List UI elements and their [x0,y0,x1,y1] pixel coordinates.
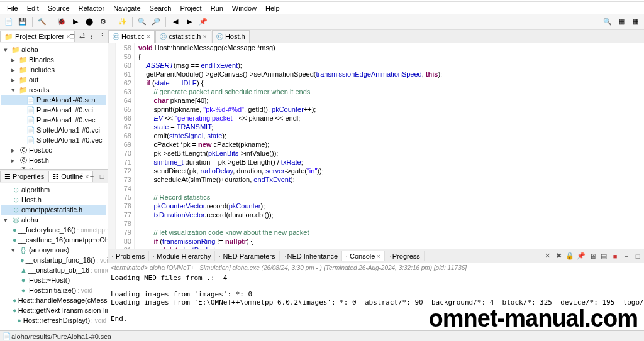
extern-button[interactable]: ⚙ [97,16,109,28]
tab-console[interactable]: ▫Console × [342,251,385,261]
tab-properties[interactable]: ☰ Properties [0,171,48,182]
tree-item[interactable]: ▸ⓒHost.cc [1,145,106,155]
quick-access-icon[interactable]: 🔍 [601,16,614,28]
menu-search[interactable]: Search [145,3,176,13]
tree-item[interactable]: ▾📁results [1,85,106,95]
save-button[interactable]: 💾 [16,16,29,28]
wizard-icon[interactable]: ✨ [116,16,129,28]
twist-icon[interactable]: ▾ [11,86,18,94]
remove-all-icon[interactable]: ✖ [553,251,564,261]
outline-item[interactable]: ●__onstartup_func_16() : void [1,255,106,265]
new-button[interactable]: 📄 [3,16,15,28]
filter-icon[interactable]: ⫶ [87,32,96,41]
pin-icon[interactable]: 📌 [197,16,209,28]
minimize-icon[interactable]: − [621,251,631,261]
outline-item[interactable]: ●Host::initialize() : void [1,285,106,295]
minimize-icon[interactable]: − [87,172,96,181]
menu-edit[interactable]: Edit [23,3,43,13]
search-button[interactable]: 🔎 [150,16,162,28]
tab-module-hierarchy[interactable]: ▫Module Hierarchy [149,251,215,261]
menu-help[interactable]: Help [261,3,284,13]
twist-icon[interactable]: ▸ [11,56,18,64]
hammer-icon[interactable]: 🔨 [36,16,48,28]
project-explorer-tree[interactable]: ▾📁aloha▸📁Binaries▸📁Includes▸📁out▾📁result… [0,43,108,169]
open-type-button[interactable]: 🔍 [136,16,148,28]
debug-button[interactable]: 🐞 [55,16,68,28]
editor-tab[interactable]: ⓒcstatistic.h× [155,30,211,43]
maximize-icon[interactable]: □ [633,251,643,261]
tree-item[interactable]: 📄SlottedAloha1-#0.vci [1,125,106,135]
nav-fwd-button[interactable]: ▶ [183,16,196,28]
open-console-icon[interactable]: ▤ [599,251,609,261]
outline-tree[interactable]: ⊕algorithm⊕Host.h⊕omnetpp/cstatistic.h▾ⓝ… [0,183,108,330]
outline-item[interactable]: ●Host::handleMessage(cMessage*) : void [1,295,106,305]
bottom-panel: ▫Problems▫Module Hierarchy▫NED Parameter… [108,249,644,330]
menu-window[interactable]: Window [228,3,261,13]
outline-item[interactable]: ●__castfunc_16(omnetpp::cObject*) : void… [1,235,106,245]
nav-back-button[interactable]: ◀ [169,16,182,28]
display-icon[interactable]: 🖥 [587,251,597,261]
tree-item[interactable]: ▸📁out [1,75,106,85]
outline-item[interactable]: ●__factoryfunc_16() : omnetpp::cObject* [1,225,106,235]
outline-item[interactable]: ●Host::~Host() [1,275,106,285]
twist-icon[interactable]: ▸ [11,66,18,74]
outline-item[interactable]: ▾{}(anonymous) [1,245,106,255]
tree-item[interactable]: 📄SlottedAloha1-#0.vec [1,135,106,145]
menu-navigate[interactable]: Navigate [109,3,145,13]
outline-item[interactable]: ▾ⓝaloha [1,215,106,225]
view-menu-icon[interactable]: ⋮ [97,32,106,41]
close-icon[interactable]: × [376,252,380,260]
menu-project[interactable]: Project [175,3,206,13]
twist-icon[interactable]: ▾ [4,216,10,224]
maximize-icon[interactable]: □ [97,172,106,181]
menu-refactor[interactable]: Refactor [74,3,109,13]
outline-item[interactable]: ⊕Host.h [1,195,106,205]
outline-item[interactable]: ●Host::getNextTransmissionTime() : simti… [1,305,106,315]
clear-console-icon[interactable]: ✕ [542,251,552,261]
tab-progress[interactable]: ▫Progress [385,251,425,261]
tree-item[interactable]: ▾📁aloha [1,45,106,55]
menu-file[interactable]: File [3,3,23,13]
perspective-sim-icon[interactable]: ▦ [615,16,628,28]
editor-area[interactable]: 58 59 60 61 62 63 64 65 66 67 68 69 70 7… [108,43,644,249]
twist-icon[interactable]: ▾ [4,46,10,54]
view-menu-icon[interactable]: ⋮ [77,172,86,181]
close-icon[interactable]: × [203,33,206,40]
twist-icon[interactable]: ▸ [11,146,18,154]
tree-item[interactable]: 📄PureAloha1-#0.vci [1,105,106,115]
tab-problems[interactable]: ▫Problems [108,251,149,261]
menu-source[interactable]: Source [43,3,74,13]
twist-icon[interactable]: ▾ [11,246,18,254]
twist-icon[interactable]: ▸ [11,156,18,165]
tree-item[interactable]: ▸📁Binaries [1,55,106,65]
outline-item[interactable]: ⊕omnetpp/cstatistic.h [1,205,106,215]
tab-label: Module Hierarchy [157,252,211,260]
sort-icon[interactable]: ↕ [67,172,76,181]
perspective-debug-icon[interactable]: ▦ [629,16,641,28]
tree-item[interactable]: ▸ⓒHost.h [1,155,106,165]
editor-tab[interactable]: ⓒHost.cc× [108,30,155,43]
tree-item[interactable]: 📄PureAloha1-#0.vec [1,115,106,125]
outline-item[interactable]: ▲__onstartup_obj_16 : omnetpp::CodeFrag [1,265,106,275]
outline-item[interactable]: ●Host::refreshDisplay() : void [1,315,106,325]
tab-project-explorer[interactable]: 📁 Project Explorer × [0,31,75,42]
lock-scroll-icon[interactable]: 🔒 [565,251,575,261]
tab-ned-parameters[interactable]: ▫NED Parameters [215,251,279,261]
close-icon[interactable]: × [147,33,150,40]
twist-icon[interactable]: ▸ [11,76,18,84]
tab-ned-inheritance[interactable]: ▫NED Inheritance [280,251,343,261]
terminate-icon[interactable]: ■ [610,251,620,261]
pin-console-icon[interactable]: 📌 [576,251,586,261]
outline-item[interactable]: ⊕algorithm [1,185,106,195]
editor-tab[interactable]: ⓒHost.h [212,30,250,43]
console-output[interactable]: Loading NED files from .: 4 Loading imag… [108,273,644,330]
code-content[interactable]: void Host::handleMessage(cMessage *msg) … [135,43,644,249]
menu-run[interactable]: Run [206,3,228,13]
tree-item[interactable]: 📄PureAloha1-#0.sca [1,95,106,105]
tab-icon: ▫ [346,252,348,260]
profile-button[interactable]: ⬤ [83,16,96,28]
link-editor-icon[interactable]: ⇄ [77,32,86,41]
collapse-all-icon[interactable]: ⊟ [67,32,76,41]
run-button[interactable]: ▶ [69,16,82,28]
tree-item[interactable]: ▸📁Includes [1,65,106,75]
